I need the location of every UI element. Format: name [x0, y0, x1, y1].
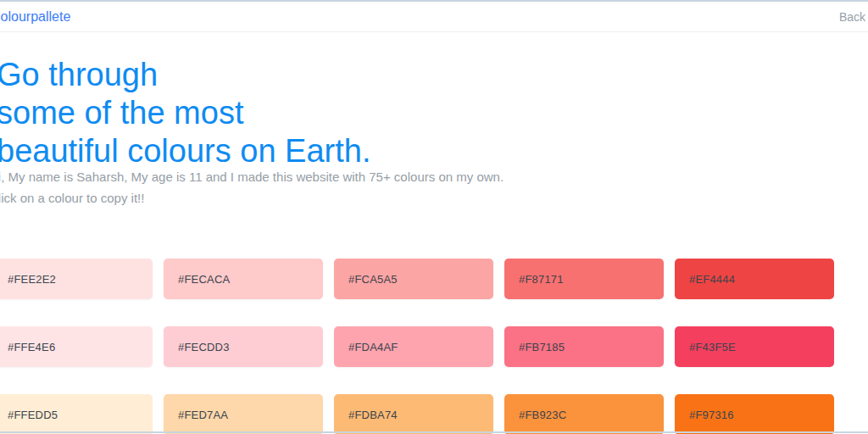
- color-swatch[interactable]: #F43F5E: [675, 326, 834, 367]
- color-swatch[interactable]: #FED7AA: [164, 394, 323, 434]
- swatch-hex-label: #FDBA74: [348, 409, 398, 421]
- swatch-hex-label: #FB7185: [519, 341, 565, 353]
- intro-text: Hi, My name is Saharsh, My age is 11 and…: [0, 170, 504, 185]
- swatch-hex-label: #EF4444: [689, 273, 735, 286]
- swatch-hex-label: #FECACA: [178, 273, 230, 286]
- swatch-hex-label: #FED7AA: [178, 409, 228, 421]
- swatch-hex-label: #FCA5A5: [348, 273, 398, 286]
- color-swatch[interactable]: #FCA5A5: [334, 259, 493, 299]
- page-title-line-2: some of the most: [0, 94, 371, 132]
- page-title: Go through some of the most beautiful co…: [0, 56, 371, 170]
- window-top-edge: [0, 0, 868, 2]
- swatch-hex-label: #FEE2E2: [8, 273, 56, 286]
- color-swatch[interactable]: #FECDD3: [164, 326, 323, 367]
- swatch-hex-label: #FFE4E6: [8, 341, 55, 353]
- navbar: Colourpallete Back: [0, 0, 868, 32]
- color-swatch[interactable]: #FEE2E2: [0, 259, 153, 299]
- color-swatch[interactable]: #FDBA74: [334, 394, 493, 434]
- back-link[interactable]: Back: [839, 10, 865, 24]
- swatch-hex-label: #FDA4AF: [348, 341, 398, 353]
- page-viewport: Colourpallete Back Go through some of th…: [0, 0, 868, 434]
- palette-grid: #FEE2E2#FECACA#FCA5A5#F87171#EF4444#FFE4…: [0, 259, 834, 434]
- color-swatch[interactable]: #EF4444: [675, 259, 834, 299]
- swatch-hex-label: #F43F5E: [689, 341, 736, 353]
- swatch-hex-label: #F87171: [519, 273, 564, 286]
- color-swatch[interactable]: #FDA4AF: [334, 326, 493, 367]
- color-swatch[interactable]: #FFEDD5: [0, 394, 153, 434]
- swatch-hex-label: #FECDD3: [178, 341, 230, 353]
- brand-link[interactable]: Colourpallete: [0, 8, 70, 25]
- swatch-hex-label: #FFEDD5: [8, 409, 58, 421]
- window-bottom-edge: [0, 431, 868, 433]
- color-swatch[interactable]: #F97316: [675, 394, 834, 434]
- color-swatch[interactable]: #FB923C: [504, 394, 664, 434]
- color-swatch[interactable]: #F87171: [504, 259, 664, 299]
- swatch-hex-label: #FB923C: [519, 409, 566, 421]
- copy-instruction-text: Click on a colour to copy it!!: [0, 191, 144, 206]
- swatch-hex-label: #F97316: [689, 409, 734, 421]
- color-swatch[interactable]: #FECACA: [164, 259, 323, 299]
- color-swatch[interactable]: #FB7185: [504, 326, 664, 367]
- page-title-line-3: beautiful colours on Earth.: [0, 132, 371, 170]
- color-swatch[interactable]: #FFE4E6: [0, 326, 153, 367]
- page-title-line-1: Go through: [0, 56, 371, 94]
